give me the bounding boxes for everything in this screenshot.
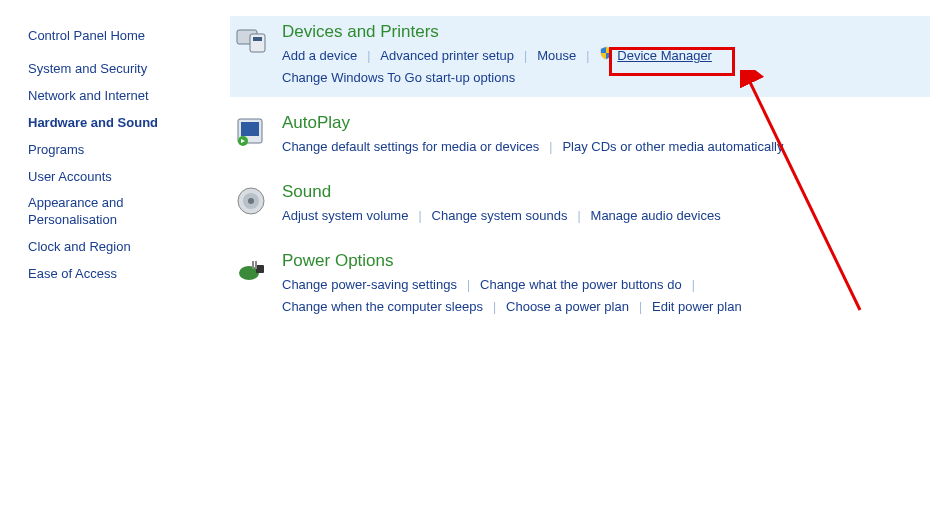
separator: |: [577, 206, 580, 226]
sidebar-item-programs[interactable]: Programs: [28, 142, 200, 159]
manage-audio-devices-link[interactable]: Manage audio devices: [591, 205, 721, 227]
separator: |: [549, 137, 552, 157]
devices-printers-icon: [234, 24, 268, 58]
category-autoplay: AutoPlay Change default settings for med…: [230, 107, 930, 166]
category-devices-printers: Devices and Printers Add a device | Adva…: [230, 16, 930, 97]
sidebar-item-system-security[interactable]: System and Security: [28, 61, 200, 78]
svg-point-8: [248, 198, 254, 204]
power-options-icon: [234, 253, 268, 287]
play-cds-link[interactable]: Play CDs or other media automatically: [562, 136, 783, 158]
sidebar-item-user-accounts[interactable]: User Accounts: [28, 169, 200, 186]
svg-rect-2: [253, 37, 262, 41]
power-buttons-link[interactable]: Change what the power buttons do: [480, 274, 682, 296]
separator: |: [692, 275, 695, 295]
category-sound: Sound Adjust system volume | Change syst…: [230, 176, 930, 235]
power-saving-link[interactable]: Change power-saving settings: [282, 274, 457, 296]
advanced-printer-setup-link[interactable]: Advanced printer setup: [380, 45, 514, 67]
autoplay-title[interactable]: AutoPlay: [282, 113, 926, 133]
main-content: Devices and Printers Add a device | Adva…: [210, 0, 940, 347]
windows-to-go-link[interactable]: Change Windows To Go start-up options: [282, 67, 515, 89]
separator: |: [467, 275, 470, 295]
separator: |: [418, 206, 421, 226]
separator: |: [639, 297, 642, 317]
sidebar-item-ease-access[interactable]: Ease of Access: [28, 266, 200, 283]
sidebar: Control Panel Home System and Security N…: [0, 0, 210, 347]
computer-sleep-link[interactable]: Change when the computer sleeps: [282, 296, 483, 318]
separator: |: [586, 46, 589, 66]
control-panel-home-link[interactable]: Control Panel Home: [28, 28, 200, 43]
uac-shield-icon: [599, 45, 613, 67]
adjust-volume-link[interactable]: Adjust system volume: [282, 205, 408, 227]
devices-printers-title[interactable]: Devices and Printers: [282, 22, 926, 42]
sound-icon: [234, 184, 268, 218]
sound-title[interactable]: Sound: [282, 182, 926, 202]
category-power-options: Power Options Change power-saving settin…: [230, 245, 930, 326]
autoplay-icon: [234, 115, 268, 149]
separator: |: [524, 46, 527, 66]
add-device-link[interactable]: Add a device: [282, 45, 357, 67]
change-system-sounds-link[interactable]: Change system sounds: [432, 205, 568, 227]
sidebar-item-clock-region[interactable]: Clock and Region: [28, 239, 200, 256]
change-default-media-link[interactable]: Change default settings for media or dev…: [282, 136, 539, 158]
choose-power-plan-link[interactable]: Choose a power plan: [506, 296, 629, 318]
power-options-title[interactable]: Power Options: [282, 251, 926, 271]
sidebar-item-appearance[interactable]: Appearance and Personalisation: [28, 195, 200, 229]
device-manager-link[interactable]: Device Manager: [617, 45, 712, 67]
sidebar-item-network-internet[interactable]: Network and Internet: [28, 88, 200, 105]
svg-rect-10: [256, 265, 264, 273]
separator: |: [367, 46, 370, 66]
edit-power-plan-link[interactable]: Edit power plan: [652, 296, 742, 318]
svg-rect-4: [241, 122, 259, 136]
svg-rect-1: [250, 34, 265, 52]
separator: |: [493, 297, 496, 317]
sidebar-item-hardware-sound[interactable]: Hardware and Sound: [28, 115, 200, 132]
mouse-link[interactable]: Mouse: [537, 45, 576, 67]
